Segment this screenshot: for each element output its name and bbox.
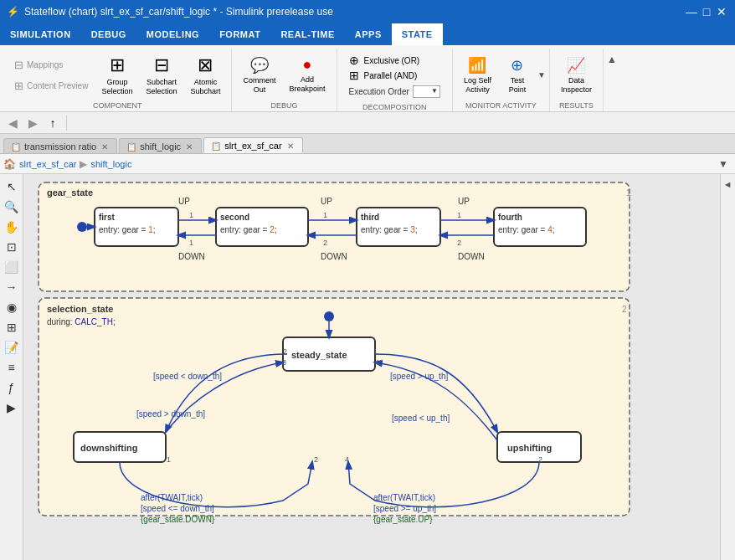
after-twait-up1: after(TWAIT,tick) [373, 493, 435, 502]
speed-lt-down-label: [speed < down_th] [153, 372, 222, 381]
trans-down-1: DOWN [178, 252, 205, 261]
svg-text:3: 3 [282, 358, 286, 367]
tab-icon-1: 📋 [126, 142, 136, 152]
monitor-expand-button[interactable]: ▼ [537, 70, 544, 80]
trans-up-2: UP [321, 197, 332, 206]
log-self-label: Log SelfActivity [464, 76, 491, 95]
app-icon: ⚡ [7, 6, 19, 18]
left-btn-add-truth[interactable]: ≡ [3, 358, 21, 377]
selection-state-box [39, 298, 630, 516]
svg-text:2: 2 [323, 239, 327, 247]
atomic-subchart-label: AtomicSubchart [190, 78, 220, 96]
tab-shift-logic[interactable]: 📋 shift_logic ✕ [119, 138, 202, 153]
tab-close-2[interactable]: ✕ [285, 141, 296, 151]
left-btn-add-state[interactable]: ⬜ [3, 258, 21, 276]
third-state-entry: entry: gear = 3; [361, 225, 418, 234]
titlebar: ⚡ Stateflow (chart) slrt_ex_sf_car/shift… [0, 0, 735, 23]
content-preview-label: Content Preview [27, 81, 88, 90]
left-btn-add-junction[interactable]: ◉ [3, 298, 21, 316]
ribbon-results-group: 📈 DataInspector RESULTS [550, 49, 604, 111]
left-btn-add-func[interactable]: ƒ [3, 378, 21, 397]
titlebar-controls: — □ ✕ [685, 5, 728, 18]
exclusive-or-row[interactable]: ⊕ Exclusive (OR) [349, 54, 440, 67]
first-state-name: first [99, 213, 116, 222]
diagram-svg: gear_state 1 first entry: gear = 1; seco… [23, 174, 720, 560]
titlebar-title: Stateflow (chart) slrt_ex_sf_car/shift_l… [24, 6, 333, 18]
subchart-selection-button[interactable]: ⊟ SubchartSelection [140, 51, 182, 100]
menu-state[interactable]: STATE [392, 23, 443, 45]
monitor-group-label: MONITOR ACTIVITY [465, 101, 537, 111]
titlebar-left: ⚡ Stateflow (chart) slrt_ex_sf_car/shift… [7, 6, 333, 18]
tab-close-0[interactable]: ✕ [100, 141, 110, 152]
decomposition-group-label: DECOMPOSITION [362, 103, 427, 113]
tab-label-0: transmission ratio [24, 141, 96, 152]
tab-close-1[interactable]: ✕ [184, 141, 194, 152]
add-breakpoint-button[interactable]: ● AddBreakpoint [283, 51, 331, 100]
parallel-and-row[interactable]: ⊞ Parallel (AND) [349, 69, 440, 82]
left-btn-add-transition[interactable]: → [3, 278, 21, 296]
trans-down-3: DOWN [458, 252, 485, 261]
ribbon-component-group: ⊟ Mappings ⊞ Content Preview ⊞ GroupSele… [3, 49, 232, 111]
canvas-inner: gear_state 1 first entry: gear = 1; seco… [23, 174, 720, 560]
component-buttons: ⊟ Mappings ⊞ Content Preview ⊞ GroupSele… [8, 49, 226, 101]
tab-icon-2: 📋 [211, 141, 221, 151]
debug-group-label: DEBUG [270, 101, 297, 111]
comment-out-button[interactable]: 💬 CommentOut [237, 51, 281, 100]
comment-out-icon: 💬 [250, 56, 269, 74]
first-state-entry: entry: gear = 1; [99, 225, 156, 234]
left-btn-add-note[interactable]: 📝 [3, 338, 21, 357]
menu-realtime[interactable]: REAL-TIME [270, 23, 344, 45]
group-selection-icon: ⊞ [110, 54, 125, 76]
right-collapse-btn[interactable]: ▼ [721, 177, 736, 193]
mappings-label: Mappings [27, 60, 63, 69]
addr-slrt-ex-sf-car[interactable]: slrt_ex_sf_car [19, 159, 76, 169]
tab-slrt-ex-sf-car[interactable]: 📋 slrt_ex_sf_car ✕ [203, 137, 302, 153]
trans-down-2: DOWN [321, 252, 347, 261]
addr-shift-logic[interactable]: shift_logic [90, 159, 131, 169]
content-preview-button[interactable]: ⊞ Content Preview [8, 76, 94, 95]
execution-order-dropdown[interactable]: ▼ [413, 85, 440, 98]
selection-state-number: 2 [622, 305, 627, 314]
exclusive-or-label: Exclusive (OR) [364, 56, 420, 65]
forward-button[interactable]: ▶ [23, 114, 42, 132]
left-btn-pan[interactable]: ✋ [3, 218, 21, 236]
tab-transmission-ratio[interactable]: 📋 transmission ratio ✕ [3, 138, 117, 153]
menu-format[interactable]: FORMAT [209, 23, 270, 45]
log-self-activity-button[interactable]: 📶 Log SelfActivity [458, 51, 497, 100]
left-btn-simulate[interactable]: ▶ [3, 398, 21, 417]
back-button[interactable]: ◀ [3, 114, 22, 132]
left-btn-fitview[interactable]: ⊡ [3, 238, 21, 256]
speed-ge-up: [speed >= up_th] [373, 504, 436, 513]
group-selection-button[interactable]: ⊞ GroupSelection [95, 51, 138, 100]
data-inspector-icon: 📈 [567, 56, 585, 74]
test-point-button[interactable]: ⊕ TestPoint [499, 51, 536, 100]
exec-order-value [417, 87, 426, 96]
minimize-button[interactable]: — [685, 5, 698, 18]
menu-modeling[interactable]: MODELING [136, 23, 209, 45]
close-button[interactable]: ✕ [715, 5, 728, 18]
test-point-icon: ⊕ [511, 56, 523, 74]
svg-text:2: 2 [314, 455, 318, 464]
execution-order-label: Execution Order [349, 87, 409, 96]
menu-apps[interactable]: APPS [345, 23, 392, 45]
left-btn-add-box[interactable]: ⊞ [3, 318, 21, 337]
addr-expand-button[interactable]: ▼ [715, 156, 732, 172]
home-icon: 🏠 [3, 158, 16, 170]
mappings-button[interactable]: ⊟ Mappings [8, 55, 94, 74]
data-inspector-button[interactable]: 📈 DataInspector [555, 51, 598, 100]
svg-text:2: 2 [457, 239, 461, 247]
menu-simulation[interactable]: SIMULATION [0, 23, 81, 45]
atomic-subchart-button[interactable]: ⊠ AtomicSubchart [184, 51, 226, 100]
svg-text:1: 1 [323, 211, 327, 219]
tab-icon-0: 📋 [11, 142, 21, 152]
up-button[interactable]: ↑ [44, 114, 62, 132]
trans-up-1: UP [178, 197, 190, 206]
third-state-name: third [361, 213, 379, 222]
left-btn-select[interactable]: ↖ [3, 177, 21, 196]
maximize-button[interactable]: □ [700, 5, 713, 18]
right-toolbar: ▼ [720, 174, 735, 560]
menu-debug[interactable]: DEBUG [81, 23, 136, 45]
ribbon-collapse-button[interactable]: ▲ [605, 52, 619, 67]
left-btn-zoom[interactable]: 🔍 [3, 198, 21, 216]
results-buttons: 📈 DataInspector [555, 49, 598, 101]
